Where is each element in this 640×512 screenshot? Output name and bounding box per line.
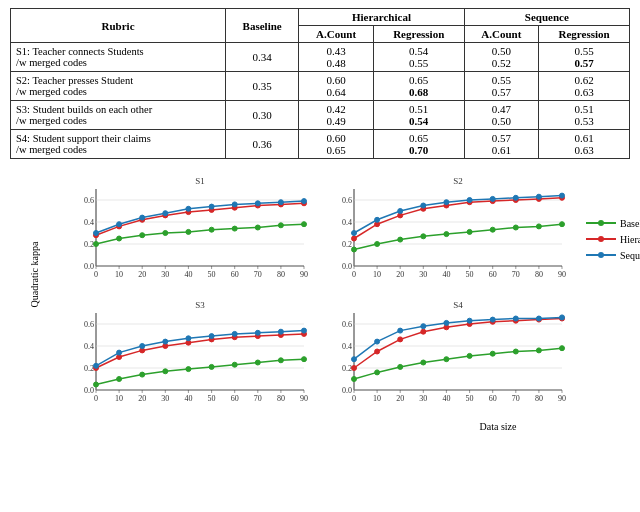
svg-point-125	[598, 236, 604, 242]
svg-text:90: 90	[558, 270, 566, 279]
svg-text:50: 50	[466, 394, 474, 403]
svg-point-54	[163, 211, 168, 216]
svg-point-161	[140, 372, 145, 377]
svg-text:90: 90	[300, 270, 308, 279]
chart-s3: 0.0 0.2 0.4 0.6 0 10 20 30 40 50 60 70 8…	[64, 295, 314, 415]
svg-point-188	[302, 328, 307, 333]
svg-point-183	[186, 336, 191, 341]
svg-point-96	[444, 232, 449, 237]
rubric-header: Rubric	[11, 9, 226, 43]
s-acount-cell-1: 0.500.52	[464, 43, 539, 72]
hierarchical-header: Hierarchical	[299, 9, 464, 26]
charts-area: Quadratic kappa 0.0 0.2 0.4 0.6 0 10 20	[10, 169, 630, 432]
svg-text:10: 10	[115, 270, 123, 279]
svg-text:50: 50	[208, 270, 216, 279]
svg-text:70: 70	[512, 394, 520, 403]
h-reg-cell-1: 0.540.55	[373, 43, 464, 72]
svg-point-228	[536, 348, 541, 353]
svg-text:60: 60	[231, 394, 239, 403]
svg-text:0.0: 0.0	[84, 386, 94, 395]
svg-text:0.4: 0.4	[342, 342, 352, 351]
svg-point-225	[467, 353, 472, 358]
svg-text:0.2: 0.2	[342, 364, 352, 373]
svg-text:60: 60	[231, 270, 239, 279]
svg-point-221	[375, 370, 380, 375]
h-reg-cell-1: 0.650.70	[373, 130, 464, 159]
svg-point-229	[560, 346, 565, 351]
baseline-cell: 0.30	[226, 101, 299, 130]
svg-text:0.4: 0.4	[342, 218, 352, 227]
svg-text:0.0: 0.0	[342, 386, 352, 395]
svg-text:80: 80	[277, 394, 285, 403]
chart-s1: 0.0 0.2 0.4 0.6 0 10 20 30 40 50 60 70 8…	[64, 171, 314, 291]
svg-point-160	[117, 377, 122, 382]
svg-point-55	[186, 206, 191, 211]
svg-point-159	[94, 382, 99, 387]
svg-text:40: 40	[442, 270, 450, 279]
legend-item: Hierarchical	[586, 233, 640, 245]
s-acount-header: A.Count	[464, 26, 539, 43]
svg-point-248	[536, 316, 541, 321]
svg-point-224	[444, 357, 449, 362]
svg-point-101	[560, 222, 565, 227]
h-reg-cell-1: 0.650.68	[373, 72, 464, 101]
svg-text:50: 50	[466, 270, 474, 279]
h-acount-cell-1: 0.430.48	[299, 43, 374, 72]
legend-item: Sequence	[586, 249, 640, 261]
svg-point-241	[375, 339, 380, 344]
svg-point-165	[232, 362, 237, 367]
svg-point-162	[163, 369, 168, 374]
svg-text:0: 0	[352, 270, 356, 279]
s-acount-cell-1: 0.470.50	[464, 101, 539, 130]
svg-point-95	[421, 234, 426, 239]
charts-row-1: 0.0 0.2 0.4 0.6 0 10 20 30 40 50 60 70 8…	[60, 169, 640, 293]
svg-point-182	[163, 339, 168, 344]
svg-point-116	[444, 200, 449, 205]
svg-point-33	[140, 233, 145, 238]
svg-point-36	[209, 227, 214, 232]
svg-text:0.2: 0.2	[84, 240, 94, 249]
svg-point-186	[255, 330, 260, 335]
svg-point-115	[421, 203, 426, 208]
svg-point-57	[232, 202, 237, 207]
svg-text:80: 80	[535, 270, 543, 279]
svg-point-223	[421, 360, 426, 365]
svg-text:10: 10	[373, 394, 381, 403]
page: Rubric Baseline Hierarchical Sequence A.…	[0, 0, 640, 440]
svg-text:0.0: 0.0	[342, 262, 352, 271]
svg-text:0.4: 0.4	[84, 342, 94, 351]
svg-text:80: 80	[535, 394, 543, 403]
svg-point-180	[117, 350, 122, 355]
svg-text:40: 40	[184, 270, 192, 279]
legend-label: Hierarchical	[620, 234, 640, 245]
svg-point-247	[513, 316, 518, 321]
svg-text:60: 60	[489, 394, 497, 403]
svg-point-32	[117, 236, 122, 241]
svg-text:10: 10	[373, 270, 381, 279]
h-acount-header: A.Count	[299, 26, 374, 43]
s-acount-cell-1: 0.570.61	[464, 130, 539, 159]
svg-point-37	[232, 226, 237, 231]
svg-point-230	[352, 366, 357, 371]
svg-text:50: 50	[208, 394, 216, 403]
svg-text:0.2: 0.2	[84, 364, 94, 373]
svg-point-34	[163, 231, 168, 236]
svg-point-249	[560, 315, 565, 320]
svg-text:20: 20	[396, 270, 404, 279]
svg-point-99	[513, 225, 518, 230]
svg-point-220	[352, 377, 357, 382]
h-acount-cell-1: 0.600.64	[299, 72, 374, 101]
legend-label: Sequence	[620, 250, 640, 261]
h-reg-header: Regression	[373, 26, 464, 43]
svg-text:70: 70	[254, 270, 262, 279]
svg-text:30: 30	[161, 394, 169, 403]
s-reg-cell-1: 0.610.63	[539, 130, 630, 159]
svg-text:0: 0	[352, 394, 356, 403]
svg-text:0.6: 0.6	[342, 320, 352, 329]
svg-point-167	[278, 358, 283, 363]
y-axis-label: Quadratic kappa	[30, 242, 41, 308]
svg-point-59	[278, 200, 283, 205]
svg-point-94	[398, 237, 403, 242]
svg-point-38	[255, 225, 260, 230]
rubric-cell: S1: Teacher connects Students/w merged c…	[11, 43, 226, 72]
